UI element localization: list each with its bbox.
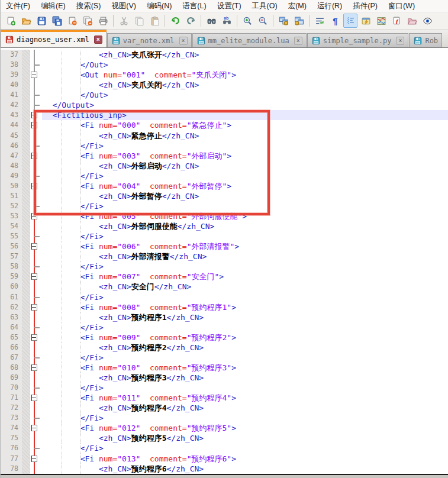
code-line-text[interactable]: <zh_CN>夹爪关闭</zh_CN>	[42, 80, 448, 90]
bookmark-margin[interactable]	[22, 353, 30, 363]
code-line-text[interactable]: </Fi>	[42, 292, 448, 302]
code-line-text[interactable]: <zh_CN>预约程序2</zh_CN>	[42, 343, 448, 353]
code-line-text[interactable]: <Fi num="006" comment="外部清报警">	[42, 241, 448, 251]
code-line-text[interactable]: </Fi>	[42, 201, 448, 211]
zoom-in-icon[interactable]	[240, 14, 254, 28]
code-editor[interactable]: 37 <zh_CN>夹爪张开</zh_CN>38 </Out>39 <Out n…	[1, 47, 448, 474]
fold-collapse-icon[interactable]	[31, 273, 37, 280]
bookmark-margin[interactable]	[22, 261, 30, 272]
bookmark-margin[interactable]	[22, 302, 30, 312]
fold-collapse-icon[interactable]	[31, 456, 37, 462]
show-all-characters-icon[interactable]: ¶	[328, 14, 342, 28]
code-line-text[interactable]: </Fi>	[42, 141, 448, 151]
code-line-text[interactable]: <Fi num="004" comment="外部暂停">	[42, 181, 448, 191]
bookmark-margin[interactable]	[22, 413, 30, 423]
doc-switcher-icon[interactable]	[359, 14, 373, 28]
tab-Rob[interactable]: Rob	[409, 33, 442, 47]
bookmark-margin[interactable]	[22, 433, 30, 443]
code-line-text[interactable]: <zh_CN>预约程序4</zh_CN>	[42, 403, 448, 413]
bookmark-margin[interactable]	[22, 80, 30, 90]
menu-item-macro[interactable]: 宏(M)	[283, 0, 312, 12]
bookmark-margin[interactable]	[22, 201, 30, 211]
menu-item-encoding[interactable]: 编码(N)	[141, 0, 177, 12]
code-line-text[interactable]: <Fi num="008" comment="预约程序1">	[42, 302, 448, 312]
code-line-text[interactable]: </Fi>	[42, 443, 448, 453]
tab-mm_elite_module.lua[interactable]: mm_elite_module.lua×	[192, 33, 307, 47]
tab-close-icon[interactable]: ×	[294, 37, 302, 45]
bookmark-margin[interactable]	[22, 211, 30, 221]
code-line-text[interactable]: <zh_CN>预约程序1</zh_CN>	[42, 312, 448, 322]
code-line-text[interactable]: </Fi>	[42, 322, 448, 332]
bookmark-margin[interactable]	[22, 332, 30, 343]
code-line-text[interactable]: <Fi num="010" comment="预约程序3">	[42, 363, 448, 373]
bookmark-margin[interactable]	[22, 403, 30, 413]
bookmark-margin[interactable]	[22, 151, 30, 161]
bookmark-margin[interactable]	[22, 131, 30, 141]
bookmark-margin[interactable]	[22, 282, 30, 292]
code-line-text[interactable]: <Fi num="011" comment="预约程序4">	[42, 393, 448, 403]
monitoring-icon[interactable]	[420, 14, 434, 28]
code-line-text[interactable]: <Fi num="013" comment="预约程序6">	[42, 454, 448, 464]
code-line-text[interactable]: </Fi>	[42, 261, 448, 272]
bookmark-margin[interactable]	[22, 464, 30, 474]
bookmark-margin[interactable]	[22, 191, 30, 201]
code-line-text[interactable]: </Fi>	[42, 383, 448, 393]
bookmark-margin[interactable]	[22, 272, 30, 282]
code-line-text[interactable]: <Fictitious_inp>	[42, 110, 448, 120]
new-file-icon[interactable]	[4, 14, 18, 28]
bookmark-margin[interactable]	[22, 454, 30, 464]
bookmark-margin[interactable]	[22, 181, 30, 191]
bookmark-margin[interactable]	[22, 241, 30, 251]
redo-icon[interactable]	[183, 14, 198, 28]
fold-collapse-icon[interactable]	[31, 72, 37, 78]
tab-close-icon[interactable]: ×	[179, 37, 188, 45]
code-line-text[interactable]: </Fi>	[42, 413, 448, 423]
menu-item-plugins[interactable]: 插件(P)	[347, 0, 383, 12]
tab-simple_sample.py[interactable]: simple_sample.py×	[307, 33, 409, 47]
code-line-text[interactable]: </Fi>	[42, 353, 448, 363]
folder-as-workspace-icon[interactable]	[405, 14, 419, 28]
code-line-text[interactable]: <Fi num="012" comment="预约程序5">	[42, 423, 448, 433]
bookmark-margin[interactable]	[22, 110, 30, 120]
bookmark-margin[interactable]	[22, 312, 30, 322]
code-line-text[interactable]: <zh_CN>紧急停止</zh_CN>	[42, 131, 448, 141]
code-line-text[interactable]: <zh_CN>外部伺服使能</zh_CN>	[42, 221, 448, 231]
bookmark-margin[interactable]	[22, 120, 30, 130]
bookmark-margin[interactable]	[22, 231, 30, 241]
code-line-text[interactable]: <Fi num="009" comment="预约程序2">	[42, 332, 448, 343]
bookmark-margin[interactable]	[22, 90, 30, 100]
code-line-text[interactable]: <Fi num="003" comment="外部启动">	[42, 151, 448, 161]
menu-item-settings[interactable]: 设置(T)	[212, 0, 247, 12]
fold-collapse-icon[interactable]	[31, 304, 37, 311]
print-icon[interactable]	[96, 14, 110, 28]
bookmark-margin[interactable]	[22, 363, 30, 373]
code-line-text[interactable]: <Fi num="007" comment="安全门">	[42, 272, 448, 282]
fold-collapse-icon[interactable]	[31, 334, 37, 341]
zoom-out-icon[interactable]	[256, 14, 270, 28]
tab-close-icon[interactable]: ×	[396, 37, 404, 45]
menu-item-window[interactable]: 窗口(W)	[383, 0, 420, 12]
bookmark-margin[interactable]	[22, 251, 30, 261]
menu-item-edit[interactable]: 编辑(E)	[36, 0, 71, 12]
code-line-text[interactable]: </Fi>	[42, 231, 448, 241]
code-line-text[interactable]: <zh_CN>夹爪张开</zh_CN>	[42, 50, 448, 60]
menu-item-language[interactable]: 语言(L)	[177, 0, 211, 12]
code-line-text[interactable]: </Output>	[42, 100, 448, 110]
menu-item-search[interactable]: 搜索(S)	[71, 0, 107, 12]
bookmark-margin[interactable]	[22, 443, 30, 453]
fold-collapse-icon[interactable]	[31, 213, 37, 219]
fold-collapse-icon[interactable]	[31, 425, 37, 431]
sync-horizontal-scroll-icon[interactable]	[292, 14, 306, 28]
menu-item-tools[interactable]: 工具(O)	[247, 0, 283, 12]
bookmark-margin[interactable]	[22, 383, 30, 393]
save-file-icon[interactable]	[34, 14, 49, 28]
cut-icon[interactable]	[117, 14, 131, 28]
save-all-icon[interactable]	[50, 14, 64, 28]
sync-vertical-scroll-icon[interactable]	[276, 14, 291, 28]
bookmark-margin[interactable]	[22, 171, 30, 181]
bookmark-margin[interactable]	[22, 343, 30, 353]
close-file-icon[interactable]	[65, 14, 79, 28]
bookmark-margin[interactable]	[22, 322, 30, 332]
replace-icon[interactable]: ab	[220, 14, 234, 28]
indent-guide-icon[interactable]	[343, 14, 357, 28]
